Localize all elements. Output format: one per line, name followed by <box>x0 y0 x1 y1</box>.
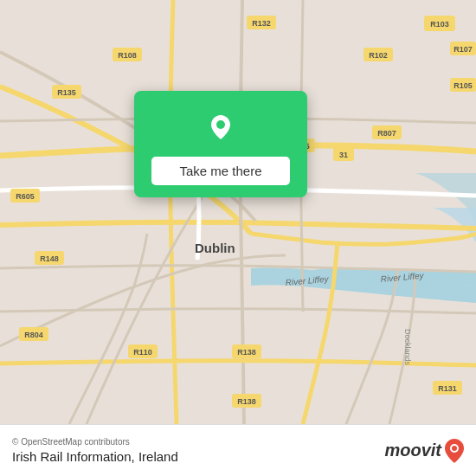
svg-text:31: 31 <box>339 151 348 159</box>
svg-text:R102: R102 <box>369 51 388 60</box>
svg-text:R105: R105 <box>453 81 473 90</box>
svg-text:R804: R804 <box>24 331 43 339</box>
svg-text:R605: R605 <box>16 192 35 201</box>
svg-text:R103: R103 <box>430 20 449 29</box>
svg-text:R807: R807 <box>377 129 396 138</box>
svg-text:R110: R110 <box>133 348 152 357</box>
moovit-pin-icon <box>445 439 464 463</box>
svg-text:R107: R107 <box>453 45 473 54</box>
attribution-text: © OpenStreetMap contributors <box>12 437 178 447</box>
svg-point-44 <box>452 446 457 451</box>
svg-text:Docklands: Docklands <box>403 329 412 366</box>
bottom-bar: © OpenStreetMap contributors Irish Rail … <box>0 424 476 476</box>
svg-text:R138: R138 <box>237 397 256 406</box>
location-pin-icon <box>200 106 241 148</box>
svg-text:R131: R131 <box>438 384 457 393</box>
take-me-there-button[interactable]: Take me there <box>151 157 290 185</box>
map-container: R103 R107 R105 R132 R102 R108 R135 R135 … <box>0 0 476 424</box>
svg-text:R148: R148 <box>40 254 59 263</box>
svg-point-42 <box>216 120 225 129</box>
moovit-logo: moovit <box>384 439 464 463</box>
app-name-text: Irish Rail Information, Ireland <box>12 449 178 464</box>
svg-text:R108: R108 <box>118 51 137 60</box>
svg-text:R132: R132 <box>252 19 271 28</box>
svg-text:Dublin: Dublin <box>195 241 235 255</box>
svg-text:R138: R138 <box>237 348 256 357</box>
map-svg: R103 R107 R105 R132 R102 R108 R135 R135 … <box>0 0 476 424</box>
svg-text:R135: R135 <box>57 88 76 97</box>
location-popup: Take me there <box>134 91 307 197</box>
footer-left: © OpenStreetMap contributors Irish Rail … <box>12 437 178 464</box>
moovit-brand-text: moovit <box>384 441 441 460</box>
